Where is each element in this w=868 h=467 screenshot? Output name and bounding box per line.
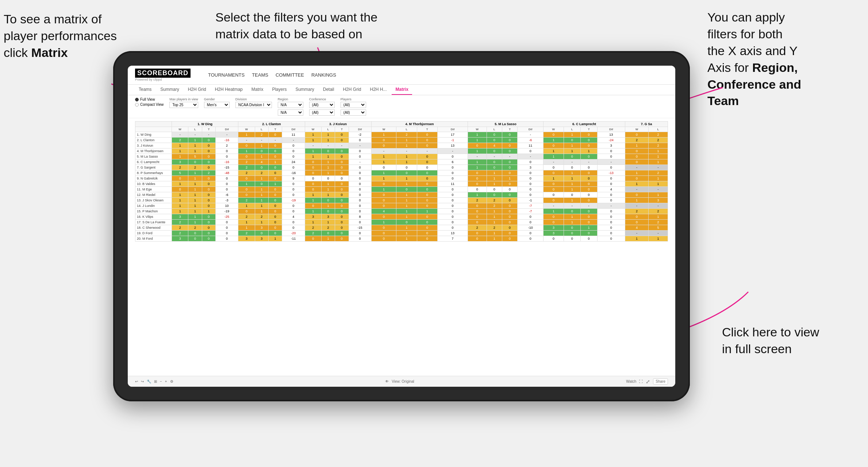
matrix-cell: 1 — [305, 220, 321, 225]
matrix-cell: 0 — [468, 236, 487, 242]
table-row: 20. M Ford3000331-11010001070100000011 — [135, 236, 668, 242]
player-name-cell: 2. L Clanton — [135, 138, 172, 143]
matrix-cell: 0 — [544, 198, 564, 203]
tab-matrix[interactable]: Matrix — [248, 85, 267, 95]
matrix-cell: 0 — [438, 154, 468, 159]
fullscreen-icon[interactable]: ⤢ — [646, 379, 650, 385]
nav-tournaments[interactable]: TOURNAMENTS — [205, 71, 247, 79]
matrix-cell: 0 — [202, 231, 215, 236]
matrix-cell: 0 — [188, 236, 202, 242]
tab-summary2[interactable]: Summary — [292, 85, 318, 95]
matrix-cell: 1 — [188, 198, 202, 203]
matrix-cell: 0 — [580, 181, 597, 187]
player-name-cell: 14. J Lundin — [135, 203, 172, 209]
matrix-cell: 1 — [544, 138, 564, 143]
view-compact[interactable]: Compact View — [135, 103, 164, 107]
matrix-cell: 0 — [580, 143, 597, 148]
matrix-cell: 2 — [255, 214, 268, 220]
matrix-cell: 1 — [188, 138, 202, 143]
matrix-cell: 0 — [518, 159, 544, 165]
matrix-cell: 3 — [597, 143, 625, 148]
matrix-cell: 4 — [371, 209, 396, 214]
matrix-cell: 0 — [580, 132, 597, 138]
undo-icon[interactable]: ↩ — [135, 379, 138, 383]
players-select-x[interactable]: (All) — [341, 102, 366, 108]
bottom-toolbar: ↩ ↪ 🔧 ⊞ − + ⚙ 👁 View: Original Watch ⛶ ⤢… — [128, 376, 675, 387]
grid-icon[interactable]: ⊞ — [154, 379, 157, 383]
matrix-cell: 0 — [282, 192, 305, 198]
tab-teams[interactable]: Teams — [135, 85, 155, 95]
gender-select[interactable]: Men's — [204, 102, 230, 108]
player-name-cell: 7. G Sargent — [135, 165, 172, 170]
tab-h2h-h[interactable]: H2H H... — [366, 85, 390, 95]
tab-h2h-grid[interactable]: H2H Grid — [184, 85, 210, 95]
matrix-cell: 0 — [238, 209, 255, 214]
matrix-cell: 0 — [349, 209, 371, 214]
matrix-cell: 0 — [544, 143, 564, 148]
region-select-y[interactable]: N/A — [278, 109, 303, 116]
plus-icon[interactable]: + — [165, 379, 167, 383]
filters-row: Full View Compact View Max players in vi… — [128, 95, 675, 118]
matrix-cell: 0 — [518, 176, 544, 181]
matrix-cell: 1 — [468, 132, 487, 138]
conference-select-y[interactable]: (All) — [309, 109, 335, 116]
matrix-cell: 2 — [625, 209, 649, 214]
app-header: SCOREBOARD Powered by clippd TOURNAMENTS… — [128, 66, 675, 85]
matrix-cell: 4 — [282, 214, 305, 220]
matrix-cell: - — [238, 138, 255, 143]
conference-select-x[interactable]: (All) — [309, 102, 335, 108]
app-logo-sub: Powered by clippd — [135, 78, 191, 81]
expand-icon[interactable]: ⛶ — [639, 379, 643, 383]
matrix-cell: 1 — [188, 209, 202, 214]
watch-label[interactable]: Watch — [626, 379, 636, 383]
matrix-cell: 0 — [255, 148, 268, 154]
tab-detail[interactable]: Detail — [319, 85, 338, 95]
matrix-cell: 0 — [417, 170, 437, 176]
nav-rankings[interactable]: RANKINGS — [308, 71, 339, 79]
tab-matrix-active[interactable]: Matrix — [392, 85, 412, 95]
table-row: 5. M La Sasso1500010011001100----100001 — [135, 154, 668, 159]
share-button[interactable]: Share — [653, 378, 668, 385]
matrix-cell: 1 — [487, 176, 502, 181]
tab-players[interactable]: Players — [268, 85, 290, 95]
matrix-cell: 0 — [349, 170, 371, 176]
nav-teams[interactable]: TEAMS — [249, 71, 271, 79]
matrix-cell: 0 — [417, 192, 437, 198]
max-players-select[interactable]: Top 25 — [169, 102, 198, 108]
matrix-cell: 1 — [238, 132, 255, 138]
matrix-cell: 0 — [580, 209, 597, 214]
tab-h2h-heatmap[interactable]: H2H Heatmap — [211, 85, 246, 95]
tab-summary[interactable]: Summary — [157, 85, 183, 95]
matrix-cell: -13 — [597, 170, 625, 176]
matrix-cell: 0 — [597, 192, 625, 198]
minus-icon[interactable]: − — [160, 379, 162, 383]
matrix-cell: 1 — [172, 192, 188, 198]
redo-icon[interactable]: ↪ — [141, 379, 144, 383]
view-full[interactable]: Full View — [135, 97, 164, 101]
matrix-cell: 0 — [396, 165, 417, 170]
matrix-cell: 0 — [468, 209, 487, 214]
matrix-cell: 0 — [417, 165, 437, 170]
matrix-cell: 0 — [202, 143, 215, 148]
region-select-x[interactable]: N/A — [278, 102, 303, 108]
nav-committee[interactable]: COMMITTEE — [273, 71, 307, 79]
matrix-cell: 1 — [564, 148, 580, 154]
matrix-cell: 0 — [268, 143, 282, 148]
tab-h2h-grid2[interactable]: H2H Grid — [339, 85, 365, 95]
matrix-cell: 3 — [255, 225, 268, 231]
matrix-cell: 0 — [335, 220, 349, 225]
matrix-cell: 1 — [172, 154, 188, 159]
tools-icon[interactable]: 🔧 — [147, 379, 151, 383]
matrix-cell: 1 — [188, 170, 202, 176]
division-select[interactable]: NCAA Division I — [235, 102, 272, 108]
matrix-cell: 0 — [502, 198, 517, 203]
matrix-cell: 0 — [502, 220, 517, 225]
matrix-cell: 0 — [544, 192, 564, 198]
matrix-cell: - — [216, 132, 238, 138]
matrix-cell: 1 — [564, 181, 580, 187]
matrix-cell: 0 — [371, 236, 396, 242]
matrix-cell: 1 — [580, 225, 597, 231]
players-select-y[interactable]: (All) — [341, 109, 366, 116]
matrix-cell: 1 — [396, 138, 417, 143]
settings-icon[interactable]: ⚙ — [170, 379, 173, 383]
